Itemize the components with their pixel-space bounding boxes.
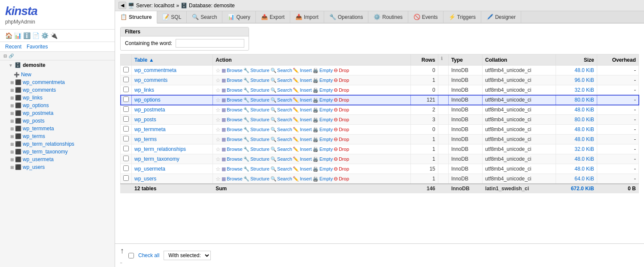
sidebar-item-wp-links[interactable]: ⊞ ⬛ wp_links (0, 94, 115, 102)
tree-label[interactable]: wp_users (23, 164, 45, 170)
browse-link[interactable]: Browse (227, 117, 243, 122)
row-checkbox[interactable] (123, 126, 129, 132)
insert-link[interactable]: Insert (300, 127, 312, 132)
star-icon[interactable]: ☆ (216, 126, 221, 133)
row-checkbox[interactable] (123, 175, 129, 181)
insert-link[interactable]: Insert (300, 137, 312, 142)
tree-label[interactable]: wp_postmeta (23, 110, 53, 116)
search-link[interactable]: Search (277, 137, 292, 142)
empty-link[interactable]: Empty (319, 87, 333, 93)
row-checkbox[interactable] (123, 156, 129, 161)
insert-link[interactable]: Insert (300, 87, 312, 93)
row-checkbox[interactable] (123, 165, 129, 171)
tree-label[interactable]: wp_comments (23, 87, 56, 93)
search-link[interactable]: Search (277, 176, 292, 181)
search-link[interactable]: Search (277, 78, 292, 83)
table-name-link[interactable]: wp_termmeta (134, 126, 166, 132)
search-link[interactable]: Search (277, 68, 292, 73)
sidebar-item-new[interactable]: ➕ New (0, 71, 115, 78)
search-link[interactable]: Search (277, 107, 292, 112)
gear-icon[interactable]: ⚙️ (41, 32, 49, 39)
star-icon[interactable]: ☆ (216, 136, 221, 143)
drop-link[interactable]: Drop (339, 97, 349, 102)
drop-link[interactable]: Drop (339, 127, 349, 132)
empty-link[interactable]: Empty (319, 147, 333, 152)
filters-input[interactable] (176, 39, 244, 48)
page-icon[interactable]: 📄 (32, 32, 39, 39)
sidebar-item-wp-usermeta[interactable]: ⊞ ⬛ wp_usermeta (0, 156, 115, 163)
row-checkbox[interactable] (123, 146, 129, 151)
tree-label[interactable]: wp_options (23, 102, 49, 108)
browse-link[interactable]: Browse (227, 127, 243, 132)
table-name-link[interactable]: wp_links (134, 87, 154, 93)
nav-recent[interactable]: Recent (5, 44, 21, 50)
search-link[interactable]: Search (277, 156, 292, 162)
structure-link[interactable]: Structure (250, 156, 270, 162)
tree-label[interactable]: wp_links (23, 95, 43, 101)
tree-label[interactable]: wp_posts (23, 118, 45, 124)
tree-label[interactable]: wp_terms (23, 133, 45, 139)
table-name-link[interactable]: wp_commentmeta (134, 67, 176, 73)
table-name-link[interactable]: wp_term_taxonomy (134, 156, 179, 162)
tab-triggers[interactable]: ⚡ Triggers (444, 11, 482, 23)
structure-link[interactable]: Structure (250, 97, 270, 102)
table-name-link[interactable]: wp_comments (134, 77, 167, 83)
browse-link[interactable]: Browse (227, 147, 243, 152)
drop-link[interactable]: Drop (339, 166, 349, 171)
tab-sql[interactable]: 📝 SQL (157, 11, 187, 23)
collapse-icon[interactable]: ⊟ (3, 54, 7, 58)
browse-link[interactable]: Browse (227, 166, 243, 171)
structure-link[interactable]: Structure (250, 68, 270, 73)
sidebar-item-wp-term-relationships[interactable]: ⊞ ⬛ wp_term_relationships (0, 140, 115, 148)
tab-routines[interactable]: ⚙️ Routines (368, 11, 408, 23)
table-name-link[interactable]: wp_options (134, 97, 161, 103)
insert-link[interactable]: Insert (300, 147, 312, 152)
star-icon[interactable]: ☆ (216, 146, 221, 153)
structure-link[interactable]: Structure (250, 117, 270, 122)
star-icon[interactable]: ☆ (216, 87, 221, 93)
browse-link[interactable]: Browse (227, 97, 243, 102)
sidebar-item-wp-comments[interactable]: ⊞ ⬛ wp_comments (0, 86, 115, 94)
drop-link[interactable]: Drop (339, 147, 349, 152)
drop-link[interactable]: Drop (339, 156, 349, 162)
table-name-link[interactable]: wp_terms (134, 136, 157, 142)
drop-link[interactable]: Drop (339, 87, 349, 93)
tab-export[interactable]: 📤 Export (256, 11, 290, 23)
empty-link[interactable]: Empty (319, 78, 333, 83)
structure-link[interactable]: Structure (250, 78, 270, 83)
row-checkbox[interactable] (123, 106, 129, 112)
insert-link[interactable]: Insert (300, 166, 312, 171)
star-icon[interactable]: ☆ (216, 67, 221, 74)
empty-link[interactable]: Empty (319, 137, 333, 142)
row-checkbox[interactable] (123, 87, 129, 92)
structure-link[interactable]: Structure (250, 107, 270, 112)
empty-link[interactable]: Empty (319, 97, 333, 102)
star-icon[interactable]: ☆ (216, 77, 221, 84)
with-selected-dropdown[interactable]: With selected: (164, 251, 211, 260)
empty-link[interactable]: Empty (319, 127, 333, 132)
search-link[interactable]: Search (277, 147, 292, 152)
structure-link[interactable]: Structure (250, 127, 270, 132)
insert-link[interactable]: Insert (300, 97, 312, 102)
browse-link[interactable]: Browse (227, 107, 243, 112)
tab-search[interactable]: 🔍 Search (187, 11, 222, 23)
tree-label[interactable]: wp_term_taxonomy (23, 149, 68, 155)
link-icon[interactable]: 🔗 (9, 54, 14, 58)
tree-label[interactable]: wp_term_relationships (23, 141, 74, 147)
empty-link[interactable]: Empty (319, 166, 333, 171)
home-icon[interactable]: 🏠 (5, 32, 12, 39)
tree-label[interactable]: wp_commentmeta (23, 79, 65, 85)
plugin-icon[interactable]: 🔌 (50, 32, 58, 39)
search-link[interactable]: Search (277, 117, 292, 122)
drop-link[interactable]: Drop (339, 117, 349, 122)
sidebar-item-wp-options[interactable]: ⊞ ⬛ wp_options (0, 102, 115, 109)
sidebar-item-wp-term-taxonomy[interactable]: ⊞ ⬛ wp_term_taxonomy (0, 148, 115, 156)
drop-link[interactable]: Drop (339, 78, 349, 83)
search-link[interactable]: Search (277, 87, 292, 93)
structure-link[interactable]: Structure (250, 176, 270, 181)
tab-events[interactable]: 🚫 Events (408, 11, 444, 23)
star-icon[interactable]: ☆ (216, 176, 221, 182)
empty-link[interactable]: Empty (319, 107, 333, 112)
star-icon[interactable]: ☆ (216, 156, 221, 162)
row-checkbox[interactable] (123, 67, 129, 72)
